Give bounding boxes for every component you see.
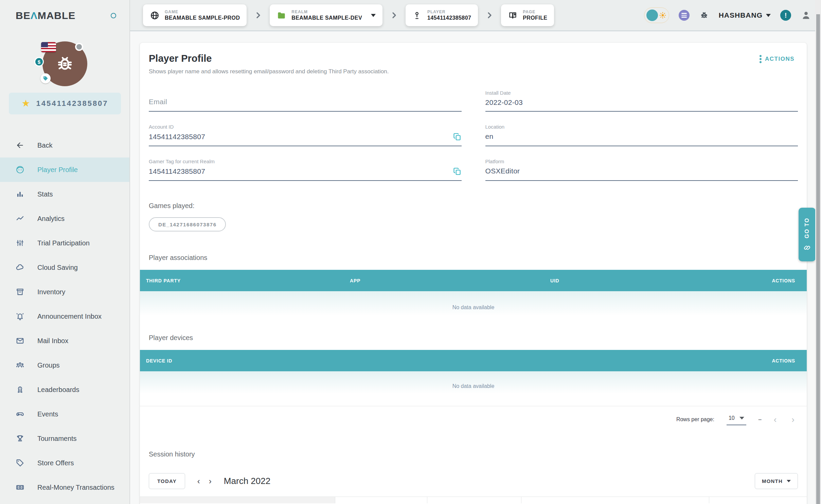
actions-label: ACTIONS <box>765 56 795 62</box>
sidebar-item-leaderboards[interactable]: Leaderboards <box>0 377 129 402</box>
org-selector[interactable]: HASHBANG <box>719 11 771 19</box>
person-icon <box>412 11 422 20</box>
email-placeholder: Email <box>149 98 167 106</box>
rows-per-page-value: 10 <box>729 415 735 421</box>
sidebar-item-mail-inbox[interactable]: Mail Inbox <box>0 329 129 353</box>
presence-dot-badge <box>75 43 83 51</box>
tag-badge-icon <box>40 73 51 83</box>
field-value: en <box>485 132 494 141</box>
associations-table: THIRD PARTY APP UID ACTIONS No data avai… <box>140 270 807 324</box>
field-label: Account ID <box>149 124 462 130</box>
scrollbar-thumb[interactable] <box>816 14 820 504</box>
bell-icon <box>16 312 24 321</box>
breadcrumb-game-chip[interactable]: GAMEBEAMABLE SAMPLE-PROD <box>143 4 247 26</box>
field-value: 2022-02-03 <box>485 98 523 107</box>
account-icon[interactable] <box>801 10 811 21</box>
breadcrumb-realm-chip[interactable]: REALMBEAMABLE SAMPLE-DEV <box>270 4 382 26</box>
sidebar-item-groups[interactable]: Groups <box>0 353 129 377</box>
calendar-cell <box>521 497 710 503</box>
actions-button[interactable]: ACTIONS <box>756 53 798 65</box>
more-vert-icon <box>760 55 762 63</box>
column-header: UID <box>544 278 766 283</box>
sidebar-item-label: Tournaments <box>37 435 77 443</box>
sidebar-item-back[interactable]: Back <box>0 133 129 157</box>
sidebar-item-stats[interactable]: Stats <box>0 182 129 206</box>
sidebar-item-label: Store Offers <box>37 459 74 467</box>
sidebar-nav: Back Player Profile Stats Analytics Tria… <box>0 133 129 500</box>
sidebar-item-label: Announcement Inbox <box>37 313 102 320</box>
sidebar-item-analytics[interactable]: Analytics <box>0 206 129 231</box>
sidebar-item-player-profile[interactable]: Player Profile <box>0 157 129 182</box>
globe-icon <box>150 11 159 20</box>
calendar-cell <box>709 497 807 503</box>
sidebar-item-label: Cloud Saving <box>37 264 78 272</box>
player-profile-card: Player Profile Shows player name and all… <box>140 43 807 504</box>
us-flag-badge <box>41 42 56 52</box>
bug-avatar-icon <box>54 53 76 75</box>
crumb-label: PAGE <box>523 10 547 14</box>
currency-badge-icon: $ <box>34 57 44 67</box>
copy-icon[interactable] <box>453 167 462 176</box>
associations-empty-state: No data available <box>140 291 807 324</box>
calendar-prev-icon[interactable]: ‹ <box>197 477 200 486</box>
goto-tab[interactable]: GO TO <box>799 208 816 261</box>
menu-circle-icon[interactable] <box>679 10 690 21</box>
sidebar-item-announcement-inbox[interactable]: Announcement Inbox <box>0 304 129 329</box>
calendar-cell <box>335 497 427 503</box>
archive-box-icon <box>16 287 24 296</box>
chevron-down-icon <box>787 480 791 482</box>
sidebar-item-cloud-saving[interactable]: Cloud Saving <box>0 255 129 280</box>
rows-per-page-select[interactable]: 10 <box>727 414 746 425</box>
brand-logo: BEΛMABLE <box>0 0 129 31</box>
column-header: DEVICE ID <box>140 358 344 363</box>
logo-caret-glyph: Λ <box>31 10 38 21</box>
next-page-icon[interactable]: › <box>791 414 795 425</box>
field-value: OSXEditor <box>485 167 520 175</box>
previous-page-icon[interactable]: ‹ <box>774 414 777 425</box>
today-button[interactable]: TODAY <box>149 473 185 489</box>
alert-icon[interactable]: ! <box>780 10 791 21</box>
player-devices-title: Player devices <box>149 334 798 342</box>
sidebar-item-store-offers[interactable]: Store Offers <box>0 451 129 475</box>
sidebar-item-events[interactable]: Events <box>0 402 129 426</box>
bug-report-icon[interactable] <box>699 10 709 20</box>
link-icon <box>803 244 811 251</box>
sidebar-item-real-money-transactions[interactable]: Real-Money Transactions <box>0 475 129 500</box>
crumb-label: GAME <box>165 10 240 14</box>
sidebar-item-trial-participation[interactable]: Trial Participation <box>0 231 129 255</box>
org-name: HASHBANG <box>719 11 763 19</box>
chevron-down-icon[interactable] <box>371 14 376 17</box>
pagination-bar: Rows per page: 10 – ‹› <box>149 406 798 433</box>
theme-toggle[interactable] <box>644 7 669 23</box>
calendar-view-select[interactable]: MONTH <box>755 473 798 489</box>
chevron-right-icon <box>390 11 398 19</box>
calendar-toolbar: TODAY ‹› March 2022 MONTH <box>149 473 798 489</box>
player-avatar-zone: $ ★ 14541142385807 <box>0 31 129 119</box>
sidebar-item-inventory[interactable]: Inventory <box>0 280 129 304</box>
folder-icon <box>276 11 286 20</box>
people-icon <box>16 361 24 370</box>
copy-icon[interactable] <box>453 132 462 141</box>
breadcrumb-player-chip[interactable]: PLAYER14541142385807 <box>406 4 478 26</box>
email-field[interactable]: Email <box>149 90 462 112</box>
crumb-label: PLAYER <box>427 10 471 14</box>
column-header: ACTIONS <box>766 358 807 363</box>
breadcrumb-page-chip[interactable]: PAGEPROFILE <box>501 4 554 26</box>
calendar-cell <box>140 497 335 503</box>
column-header: APP <box>344 278 544 283</box>
sidebar-item-tournaments[interactable]: Tournaments <box>0 426 129 451</box>
column-header: THIRD PARTY <box>140 278 344 283</box>
chevron-right-icon <box>485 11 494 19</box>
medal-icon <box>16 385 24 394</box>
crumb-value: 14541142385807 <box>427 15 471 21</box>
crumb-value: BEAMABLE SAMPLE-DEV <box>291 15 362 21</box>
sun-icon <box>659 11 667 19</box>
face-icon <box>16 165 24 174</box>
game-chip[interactable]: DE_14271686073876 <box>149 217 226 231</box>
player-id-badge[interactable]: ★ 14541142385807 <box>9 93 121 114</box>
field-label: Platform <box>485 158 798 164</box>
scrollbar-track[interactable] <box>815 0 821 504</box>
page-book-icon <box>508 11 517 20</box>
calendar-next-icon[interactable]: › <box>209 477 212 486</box>
theme-dark-dot <box>646 10 658 21</box>
